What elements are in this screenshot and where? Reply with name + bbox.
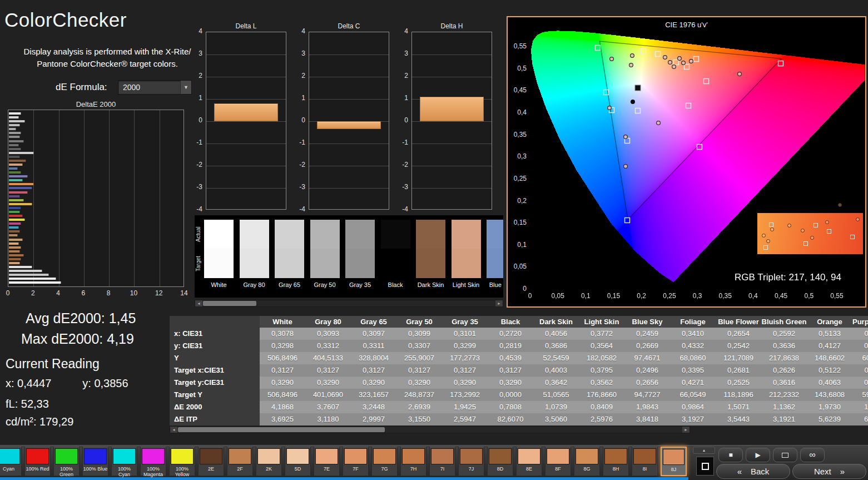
toolbar-patch-100-cyan[interactable]: 100% Cyan [111,447,137,476]
table-cell: 6,0841 [852,413,868,425]
axis-tick-label: 2 [191,72,202,80]
bar-row [9,175,183,177]
bar-row [9,222,183,225]
axis-tick-label: -4 [294,205,305,213]
scroll-right-icon[interactable]: ► [682,427,690,433]
toolbar-patch-2e[interactable]: 2E [198,447,224,476]
bar-row [9,266,183,268]
patch-color [142,448,165,464]
toolbar-patch-5d[interactable]: 5D [285,447,311,476]
de-formula-dropdown[interactable]: 2000 ▼ [118,80,192,95]
chevron-right-icon: » [840,467,845,476]
axis-tick-label: 0,25 [658,292,681,300]
stop-button[interactable]: ■ [718,448,743,462]
next-button[interactable]: Next» [792,464,866,479]
swatch-actual [275,220,304,249]
toolbar-patch-8g[interactable]: 8G [574,447,600,476]
toolbar-patch-8j[interactable]: 8J [661,447,687,476]
table-row-label: Target y:CIE31 [170,377,260,389]
bar-row [9,124,183,126]
table-cell: 60,3124 [852,352,868,364]
toolbar-patch-100-red[interactable]: 100% Red [24,447,51,476]
play-button[interactable]: ▶ [746,448,770,462]
scroll-left-icon[interactable]: ◄ [195,300,202,306]
gridline [412,188,492,189]
collapse-button[interactable]: ▴ [693,447,715,454]
toolbar-patch-7j[interactable]: 7J [458,447,484,476]
deltae-bar [9,207,21,209]
toolbar-patch-100-yellow[interactable]: 100% Yellow [169,447,195,476]
deltae-bar [9,254,24,256]
deltae-bar [9,140,24,142]
table-cell: 0,9864 [670,401,716,413]
deltae-bar [9,148,21,150]
pattern-button[interactable] [773,448,797,462]
table-cell: 68,0860 [670,352,716,364]
patch-color [460,448,483,464]
inset-target-point [850,235,855,239]
swatch-scrollbar[interactable]: ◄ ► [195,300,503,307]
table-cell: 0,3290 [396,377,442,389]
scrollbar-thumb[interactable] [203,301,256,306]
table-cell: 94,7727 [624,389,670,401]
bar-row [9,156,183,158]
axis-tick-label: -2 [294,161,305,169]
scroll-right-icon[interactable]: ► [495,300,503,306]
toolbar-patch-8e[interactable]: 8E [516,447,542,476]
patch-label: Cyan [0,466,21,472]
scrollbar-thumb[interactable] [178,427,385,432]
page-title: ColorChecker [4,9,127,31]
table-cell: 1,0739 [533,401,579,413]
table-cell: 2,6939 [396,401,442,413]
scroll-left-icon[interactable]: ◄ [170,427,177,433]
toolbar-patch-2k[interactable]: 2K [256,447,282,476]
axis-tick-label: 6 [77,289,90,297]
toolbar-patch-8i[interactable]: 8I [632,447,658,476]
toolbar-patch-7g[interactable]: 7G [371,447,398,476]
continuous-loop-button[interactable]: ∞ [800,448,825,462]
table-scrollbar[interactable]: ◄ ► [170,426,690,433]
back-button[interactable]: «Back [716,464,790,479]
swatch-label: Dark Skin [416,281,445,288]
bar-row [9,246,183,249]
toolbar-patch-7i[interactable]: 7I [429,447,455,476]
toolbar-patch-8d[interactable]: 8D [487,447,513,476]
deltae2000-bars [9,112,183,284]
bar-row [9,199,183,201]
table-cell: 0,7808 [488,401,533,413]
patch-color [229,448,251,464]
table-cell: 0,3078 [260,328,305,340]
swatch-column: White [204,220,234,288]
deltae-bar [9,128,16,130]
toolbar-patch-2f[interactable]: 2F [227,447,253,476]
gridline [206,77,286,77]
patch-label: 100% Green [54,466,79,478]
toolbar-patch-8h[interactable]: 8H [603,447,629,476]
bar-row [9,262,183,264]
swatch-column: Gray 35 [345,220,375,288]
gridline [412,121,492,122]
patch-label: 8H [603,466,628,472]
pattern-window-button[interactable] [696,457,714,476]
patch-label: 8E [517,466,542,472]
table-cell: 0,2656 [624,377,670,389]
patch-color [576,448,598,464]
gridline [309,77,389,77]
toolbar-patch-7h[interactable]: 7H [400,447,426,476]
delta-c-chart: Delta C 43210-1-2-3-4 [309,22,389,211]
toolbar-patch-100-green[interactable]: 100% Green [53,447,80,476]
bar-row [9,250,183,253]
bar-row [9,274,183,276]
toolbar-patch-7f[interactable]: 7F [343,447,369,476]
toolbar-patch-7e[interactable]: 7E [314,447,340,476]
patch-color [431,448,454,464]
deltae-bar [9,219,25,221]
patch-label: 2E [199,466,224,472]
toolbar-patch-100-blue[interactable]: 100% Blue [82,447,108,476]
table-cell: 66,0549 [670,389,716,401]
toolbar-patch-cyan[interactable]: Cyan [0,447,22,476]
toolbar-patch-100-magenta[interactable]: 100% Magenta [140,447,166,476]
axis-tick-label: 4 [397,27,408,35]
table-cell: 148,6602 [807,352,852,364]
toolbar-patch-8f[interactable]: 8F [545,447,571,476]
